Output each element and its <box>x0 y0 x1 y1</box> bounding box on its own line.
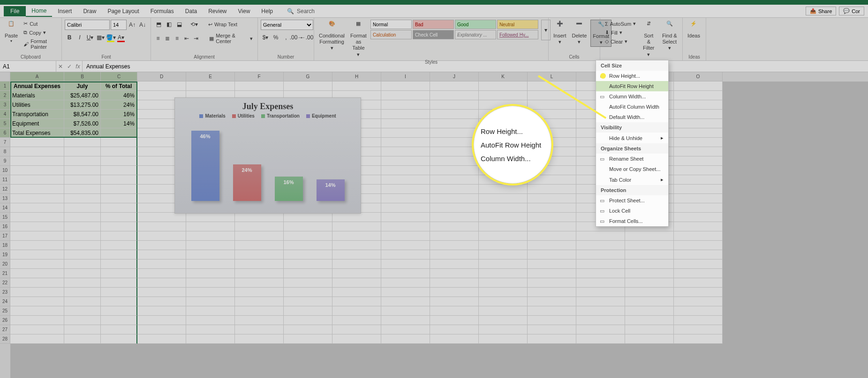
cell-C1[interactable]: % of Total <box>101 82 137 91</box>
cell-M23[interactable] <box>576 288 625 297</box>
increase-font-button[interactable]: A↑ <box>128 20 137 30</box>
cell-L21[interactable] <box>528 269 576 278</box>
row-header-11[interactable]: 11 <box>0 175 10 185</box>
cell-F27[interactable] <box>235 325 284 334</box>
cell-J16[interactable] <box>430 222 479 231</box>
share-button[interactable]: 📤 Share <box>806 7 836 15</box>
cell-E22[interactable] <box>186 278 235 288</box>
cell-C21[interactable] <box>101 269 137 278</box>
cell-B9[interactable] <box>64 156 101 166</box>
cell-H1[interactable] <box>332 82 381 91</box>
cell-M17[interactable] <box>576 231 625 241</box>
cell-L3[interactable] <box>528 100 576 110</box>
col-header-J[interactable]: J <box>430 72 479 82</box>
cell-A19[interactable] <box>10 250 64 259</box>
row-header-20[interactable]: 20 <box>0 259 10 269</box>
cell-I25[interactable] <box>381 306 430 316</box>
cell-O15[interactable] <box>674 213 723 222</box>
paste-button[interactable]: 📋 Paste▾ <box>3 20 20 44</box>
cell-O11[interactable] <box>674 175 723 185</box>
cell-B15[interactable] <box>64 213 101 222</box>
cell-K16[interactable] <box>479 222 528 231</box>
cell-I13[interactable] <box>381 194 430 203</box>
cell-D15[interactable] <box>137 213 186 222</box>
cell-K21[interactable] <box>479 269 528 278</box>
orientation-button[interactable]: ⟲▾ <box>189 20 199 29</box>
cell-F18[interactable] <box>235 241 284 250</box>
cell-F17[interactable] <box>235 231 284 241</box>
find-select-button[interactable]: 🔍Find & Select▾ <box>660 20 679 52</box>
cell-J1[interactable] <box>430 82 479 91</box>
cell-B4[interactable]: $8,547.00 <box>64 110 101 119</box>
cell-J14[interactable] <box>430 203 479 213</box>
row-header-15[interactable]: 15 <box>0 213 10 222</box>
cell-B1[interactable]: July <box>64 82 101 91</box>
align-left-button[interactable]: ≡ <box>154 34 162 43</box>
cell-L17[interactable] <box>528 231 576 241</box>
cell-M24[interactable] <box>576 297 625 306</box>
menu-item-column-width[interactable]: ▭Column Width... <box>596 91 668 102</box>
cell-B19[interactable] <box>64 250 101 259</box>
cell-K1[interactable] <box>479 82 528 91</box>
cell-O25[interactable] <box>674 306 723 316</box>
tab-view[interactable]: View <box>233 6 256 16</box>
cell-M27[interactable] <box>576 325 625 334</box>
cell-O14[interactable] <box>674 203 723 213</box>
col-header-C[interactable]: C <box>101 72 137 82</box>
cell-J4[interactable] <box>430 110 479 119</box>
cell-B10[interactable] <box>64 166 101 175</box>
style-neutral[interactable]: Neutral <box>497 20 538 29</box>
cell-J24[interactable] <box>430 297 479 306</box>
cell-K19[interactable] <box>479 250 528 259</box>
menu-item-tab-color[interactable]: Tab Color▸ <box>596 174 668 185</box>
cell-I6[interactable] <box>381 128 430 138</box>
cell-C17[interactable] <box>101 231 137 241</box>
cell-J18[interactable] <box>430 241 479 250</box>
col-header-G[interactable]: G <box>284 72 332 82</box>
cell-O19[interactable] <box>674 250 723 259</box>
col-header-D[interactable]: D <box>137 72 186 82</box>
cell-L24[interactable] <box>528 297 576 306</box>
style-normal[interactable]: Normal <box>370 20 412 29</box>
cell-B22[interactable] <box>64 278 101 288</box>
cell-O2[interactable] <box>674 91 723 100</box>
cell-B20[interactable] <box>64 259 101 269</box>
cell-O1[interactable] <box>674 82 723 91</box>
cell-D26[interactable] <box>137 316 186 325</box>
insert-cells-button[interactable]: ➕Insert▾ <box>551 20 568 46</box>
cell-C12[interactable] <box>101 185 137 194</box>
cell-F22[interactable] <box>235 278 284 288</box>
col-header-E[interactable]: E <box>186 72 235 82</box>
cell-B13[interactable] <box>64 194 101 203</box>
tab-formulas[interactable]: Formulas <box>145 6 180 16</box>
cell-I22[interactable] <box>381 278 430 288</box>
cell-H28[interactable] <box>332 334 381 344</box>
cell-F16[interactable] <box>235 222 284 231</box>
cell-B3[interactable]: $13,275.00 <box>64 100 101 110</box>
format-as-table-button[interactable]: ▦Format as Table▾ <box>348 20 369 59</box>
tab-insert[interactable]: Insert <box>52 6 77 16</box>
cell-I26[interactable] <box>381 316 430 325</box>
cell-I24[interactable] <box>381 297 430 306</box>
cell-L28[interactable] <box>528 334 576 344</box>
cell-G20[interactable] <box>284 259 332 269</box>
cell-O17[interactable] <box>674 231 723 241</box>
cell-I23[interactable] <box>381 288 430 297</box>
cell-A16[interactable] <box>10 222 64 231</box>
cell-C14[interactable] <box>101 203 137 213</box>
worksheet[interactable]: 1234567891011121314151617181920212223242… <box>0 72 868 378</box>
cell-A14[interactable] <box>10 203 64 213</box>
cell-E21[interactable] <box>186 269 235 278</box>
cell-H22[interactable] <box>332 278 381 288</box>
cell-B7[interactable] <box>64 138 101 147</box>
cell-I8[interactable] <box>381 147 430 156</box>
cell-C23[interactable] <box>101 288 137 297</box>
cell-A9[interactable] <box>10 156 64 166</box>
row-header-5[interactable]: 5 <box>0 119 10 128</box>
formula-bar[interactable]: Annual Expenses <box>83 61 868 72</box>
cell-C18[interactable] <box>101 241 137 250</box>
cell-B25[interactable] <box>64 306 101 316</box>
col-header-O[interactable]: O <box>674 72 723 82</box>
col-header-L[interactable]: L <box>528 72 576 82</box>
style-followed-hyperlink[interactable]: Followed Hy... <box>497 30 538 39</box>
